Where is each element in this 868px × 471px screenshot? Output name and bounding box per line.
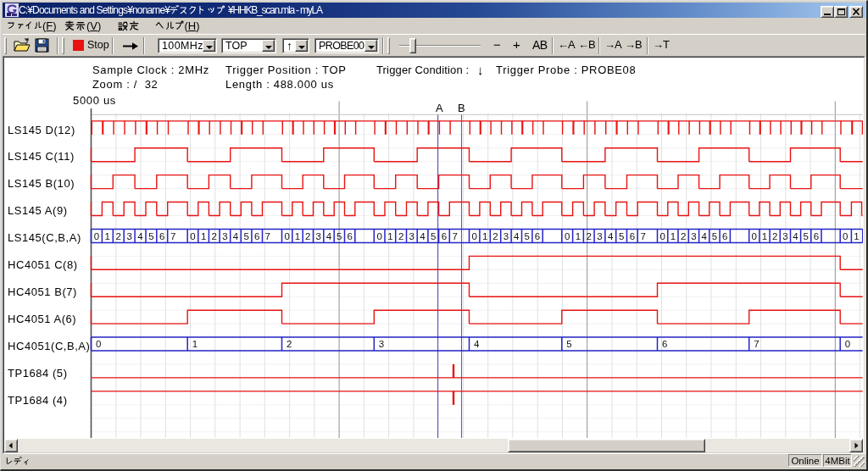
svg-text:0: 0	[94, 231, 99, 241]
svg-text:2: 2	[305, 231, 310, 241]
svg-text:3: 3	[691, 231, 696, 241]
svg-text:1: 1	[670, 231, 676, 241]
svg-text:6: 6	[722, 231, 727, 241]
svg-text:5: 5	[566, 339, 571, 349]
svg-text:0: 0	[752, 231, 757, 241]
svg-text:6: 6	[662, 339, 667, 349]
svg-text:1: 1	[105, 231, 110, 241]
svg-text:1: 1	[387, 231, 392, 241]
svg-text:0: 0	[376, 231, 381, 241]
svg-text:1: 1	[201, 231, 206, 241]
svg-text:3: 3	[409, 231, 415, 241]
svg-text:0: 0	[284, 231, 289, 241]
svg-text:3: 3	[126, 231, 131, 241]
svg-text:2: 2	[211, 231, 216, 241]
svg-text:3: 3	[222, 231, 227, 241]
svg-text:5: 5	[619, 231, 624, 241]
svg-text:2: 2	[586, 231, 591, 241]
svg-text:3: 3	[315, 231, 320, 241]
svg-text:2: 2	[115, 231, 120, 241]
svg-text:2: 2	[398, 231, 403, 241]
svg-text:4: 4	[137, 231, 143, 241]
svg-text:6: 6	[814, 231, 819, 241]
svg-text:6: 6	[254, 231, 259, 241]
svg-text:7: 7	[170, 231, 175, 241]
svg-text:7: 7	[452, 231, 457, 241]
svg-text:3: 3	[504, 231, 509, 241]
svg-text:1: 1	[295, 231, 300, 241]
svg-text:4: 4	[233, 231, 239, 241]
svg-text:2: 2	[772, 231, 777, 241]
svg-text:7: 7	[754, 339, 759, 349]
svg-text:6: 6	[442, 231, 447, 241]
svg-text:6: 6	[347, 231, 352, 241]
svg-text:0: 0	[843, 231, 848, 241]
svg-text:0: 0	[471, 231, 476, 241]
svg-text:5: 5	[337, 231, 342, 241]
svg-text:4: 4	[474, 339, 480, 349]
svg-text:3: 3	[782, 231, 787, 241]
svg-text:5: 5	[148, 231, 153, 241]
svg-text:1: 1	[576, 231, 581, 241]
svg-text:4: 4	[514, 231, 520, 241]
svg-text:6: 6	[535, 231, 540, 241]
svg-text:4: 4	[420, 231, 426, 241]
svg-text:5: 5	[524, 231, 529, 241]
svg-text:6: 6	[159, 231, 164, 241]
svg-text:1: 1	[482, 231, 487, 241]
svg-text:3: 3	[597, 231, 602, 241]
svg-text:5: 5	[712, 231, 717, 241]
svg-text:3: 3	[379, 339, 384, 349]
svg-text:4: 4	[793, 231, 798, 241]
svg-text:7: 7	[265, 231, 270, 241]
svg-text:0: 0	[190, 231, 195, 241]
svg-text:2: 2	[681, 231, 686, 241]
svg-text:4: 4	[608, 231, 614, 241]
svg-text:0: 0	[845, 339, 850, 349]
svg-text:0: 0	[659, 231, 665, 241]
svg-text:1: 1	[192, 339, 198, 349]
svg-text:4: 4	[701, 231, 707, 241]
svg-text:0: 0	[96, 339, 101, 349]
svg-text:5: 5	[431, 231, 436, 241]
svg-text:5: 5	[243, 231, 248, 241]
svg-text:2: 2	[287, 339, 292, 349]
svg-text:1: 1	[854, 231, 859, 241]
svg-text:7: 7	[640, 231, 645, 241]
svg-text:6: 6	[630, 231, 635, 241]
svg-text:2: 2	[492, 231, 498, 241]
svg-text:1: 1	[762, 231, 767, 241]
svg-text:4: 4	[326, 231, 332, 241]
svg-text:5: 5	[803, 231, 808, 241]
svg-text:0: 0	[565, 231, 570, 241]
